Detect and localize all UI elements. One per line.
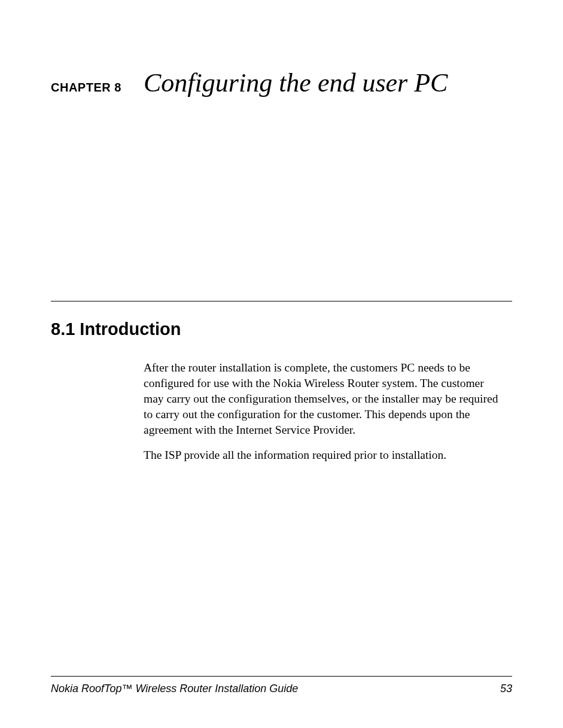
body-paragraph: The ISP provide all the information requ… (144, 447, 503, 463)
footer-guide-title: Nokia RoofTop™ Wireless Router Installat… (51, 683, 298, 695)
page-footer: Nokia RoofTop™ Wireless Router Installat… (51, 676, 512, 695)
chapter-label: CHAPTER 8 (51, 81, 144, 95)
body-paragraph: After the router installation is complet… (144, 360, 503, 438)
chapter-title: Configuring the end user PC (144, 69, 448, 98)
body-text-block: After the router installation is complet… (144, 360, 503, 463)
page-number: 53 (500, 683, 512, 695)
document-page: CHAPTER 8 Configuring the end user PC 8.… (0, 0, 563, 728)
section-divider (51, 301, 512, 301)
section-heading: 8.1 Introduction (51, 319, 512, 339)
footer-text-row: Nokia RoofTop™ Wireless Router Installat… (51, 683, 512, 695)
chapter-header: CHAPTER 8 Configuring the end user PC (51, 69, 512, 98)
footer-divider (51, 676, 512, 677)
